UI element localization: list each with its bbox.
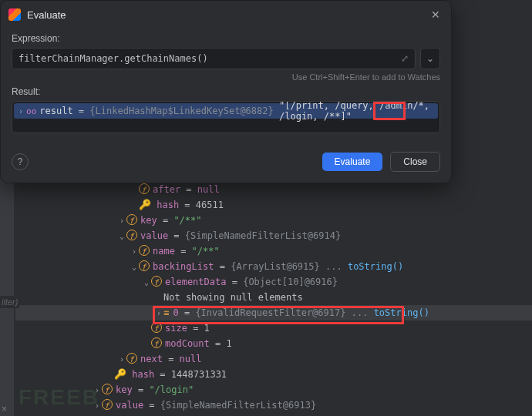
tree-row[interactable]: ›≡ 0 = {InvalidRequestFilter@6917} ... t… xyxy=(15,305,532,320)
tree-row[interactable]: 🔑 hash = 1448731331 xyxy=(15,367,532,382)
result-box: › oo result = {LinkedHashMap$LinkedKeySe… xyxy=(12,101,440,133)
field-icon xyxy=(139,245,150,256)
close-icon[interactable]: ✕ xyxy=(428,7,443,22)
tree-row[interactable]: Not showing null elements xyxy=(15,290,532,305)
history-dropdown-button[interactable]: ⌄ xyxy=(420,48,440,69)
tree-row[interactable]: size = 1 xyxy=(15,320,532,336)
field-icon xyxy=(102,399,113,410)
tree-row[interactable]: ›key = "/**" xyxy=(15,213,532,228)
field-icon xyxy=(139,260,150,271)
close-button[interactable]: Close xyxy=(390,152,440,172)
tree-row[interactable]: ⌄backingList = {ArrayList@6915} ... toSt… xyxy=(15,259,532,274)
tree-toggle-icon[interactable]: › xyxy=(117,352,126,367)
tree-row[interactable]: ›name = "/**" xyxy=(15,243,532,259)
field-icon xyxy=(139,183,150,194)
tree-toggle-icon[interactable]: ⌄ xyxy=(142,275,151,290)
field-icon xyxy=(151,337,162,348)
object-icon: oo xyxy=(26,106,36,116)
tree-toggle-icon[interactable]: › xyxy=(117,213,126,229)
shortcut-hint: Use Ctrl+Shift+Enter to add to Watches xyxy=(12,72,440,82)
tree-toggle-icon[interactable]: ⌄ xyxy=(117,229,126,244)
filter-label-fragment: ilter) xyxy=(0,296,19,308)
expression-label: Expression: xyxy=(12,33,440,44)
evaluate-button[interactable]: Evaluate xyxy=(322,153,383,171)
field-icon xyxy=(126,230,137,240)
chevron-down-icon: ⌄ xyxy=(426,53,434,64)
tree-toggle-icon[interactable]: › xyxy=(130,244,139,260)
field-icon xyxy=(151,276,162,287)
expression-input[interactable]: filterChainManager.getChainNames() ⤢ xyxy=(12,48,416,69)
array-element-icon: ≡ xyxy=(163,307,167,318)
intellij-logo-icon xyxy=(8,8,21,21)
result-label: Result: xyxy=(12,86,440,97)
tree-row[interactable]: modCount = 1 xyxy=(15,336,532,351)
expand-arrow-icon[interactable]: › xyxy=(19,107,23,116)
tree-row[interactable]: ⌄elementData = {Object[10]@6916} xyxy=(15,274,532,290)
field-icon xyxy=(151,322,162,333)
tree-row[interactable]: after = null xyxy=(15,182,532,197)
result-row[interactable]: › oo result = {LinkedHashMap$LinkedKeySe… xyxy=(14,103,438,119)
evaluate-dialog: Evaluate ✕ Expression: filterChainManage… xyxy=(0,0,452,183)
tree-row[interactable]: ›next = null xyxy=(15,351,532,367)
help-icon[interactable]: ? xyxy=(12,153,29,170)
tree-toggle-icon[interactable]: › xyxy=(154,306,163,321)
tree-row[interactable]: ⌄value = {SimpleNamedFilterList@6914} xyxy=(15,228,532,243)
expand-icon[interactable]: ⤢ xyxy=(401,53,409,64)
watermark: FREEB xyxy=(19,385,99,410)
field-icon xyxy=(102,384,113,394)
panel-close-icon[interactable]: × xyxy=(2,404,7,414)
dialog-title: Evaluate xyxy=(27,9,428,21)
field-icon xyxy=(126,353,137,364)
key-icon: 🔑 xyxy=(139,199,151,210)
tostring-link[interactable]: toString() xyxy=(348,261,403,272)
tree-toggle-icon[interactable]: ⌄ xyxy=(130,260,139,275)
key-icon: 🔑 xyxy=(114,368,126,380)
tostring-link[interactable]: toString() xyxy=(374,307,429,318)
tree-row[interactable]: 🔑 hash = 46511 xyxy=(15,197,532,213)
field-icon xyxy=(126,214,137,225)
